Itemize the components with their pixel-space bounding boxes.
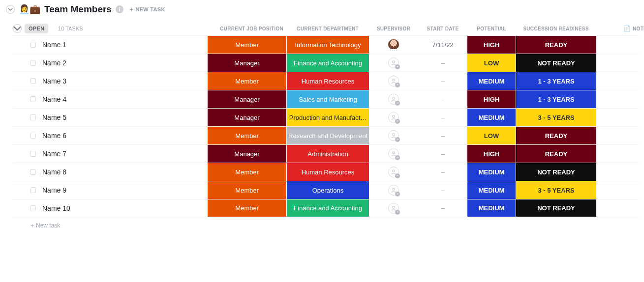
task-name[interactable]: Name 1 (41, 36, 208, 54)
assign-supervisor-button[interactable]: + (388, 185, 399, 196)
row-checkbox[interactable] (30, 96, 36, 102)
department-pill[interactable]: Information Technology (286, 36, 369, 54)
table-row[interactable]: Name 8MemberHuman Resources+–MEDIUMNOT R… (13, 163, 638, 181)
potential-pill[interactable]: LOW (467, 54, 516, 72)
start-date[interactable]: – (418, 145, 467, 163)
notes-cell[interactable]: – (620, 109, 644, 126)
department-pill[interactable]: Administration (286, 145, 369, 163)
potential-pill[interactable]: MEDIUM (467, 181, 516, 199)
row-checkbox[interactable] (30, 151, 36, 157)
potential-pill[interactable]: HIGH (467, 145, 516, 163)
notes-cell[interactable]: – (620, 90, 644, 108)
readiness-pill[interactable]: 1 - 3 YEARS (516, 90, 596, 108)
notes-cell[interactable]: – (620, 145, 644, 163)
position-pill[interactable]: Member (208, 127, 286, 144)
new-task-row-button[interactable]: + New task (13, 217, 638, 234)
row-checkbox[interactable] (30, 187, 36, 193)
table-row[interactable]: Name 9MemberOperations+–MEDIUM3 - 5 YEAR… (13, 181, 638, 199)
start-date[interactable]: – (418, 54, 467, 72)
potential-pill[interactable]: MEDIUM (467, 163, 516, 181)
group-collapse-icon[interactable] (13, 24, 22, 33)
supervisor-avatar[interactable] (388, 39, 399, 51)
position-pill[interactable]: Member (208, 181, 286, 199)
table-row[interactable]: Name 2ManagerFinance and Accounting+–LOW… (13, 54, 638, 72)
readiness-pill[interactable]: 1 - 3 YEARS (516, 72, 596, 90)
department-pill[interactable]: Human Resources (286, 72, 369, 90)
new-task-top-button[interactable]: + NEW TASK (129, 6, 165, 12)
position-pill[interactable]: Manager (208, 54, 286, 72)
table-row[interactable]: Name 10MemberFinance and Accounting+–MED… (13, 199, 638, 217)
task-name[interactable]: Name 8 (41, 163, 208, 181)
status-open-toggle[interactable]: OPEN (25, 24, 48, 33)
col-potential[interactable]: POTENTIAL (467, 26, 516, 31)
start-date[interactable]: – (418, 127, 467, 144)
department-pill[interactable]: Sales and Marketing (286, 90, 369, 108)
row-checkbox[interactable] (30, 42, 36, 48)
department-pill[interactable]: Human Resources (286, 163, 369, 181)
notes-cell[interactable]: – (620, 36, 644, 54)
department-pill[interactable]: Research and Development (286, 127, 369, 144)
department-pill[interactable]: Production and Manufact… (286, 109, 369, 126)
assign-supervisor-button[interactable]: + (388, 76, 399, 86)
notes-cell[interactable]: – (620, 199, 644, 217)
table-row[interactable]: Name 5ManagerProduction and Manufact…+–M… (13, 108, 638, 126)
potential-pill[interactable]: MEDIUM (467, 72, 516, 90)
potential-pill[interactable]: HIGH (467, 90, 516, 108)
table-row[interactable]: Name 1MemberInformation Technology7/11/2… (13, 35, 638, 54)
start-date[interactable]: – (418, 199, 467, 217)
position-pill[interactable]: Member (208, 163, 286, 181)
position-pill[interactable]: Manager (208, 90, 286, 108)
readiness-pill[interactable]: NOT READY (516, 163, 596, 181)
assign-supervisor-button[interactable]: + (388, 112, 399, 123)
position-pill[interactable]: Manager (208, 145, 286, 163)
row-checkbox[interactable] (30, 205, 36, 211)
col-readiness[interactable]: SUCCESSION READINESS (516, 26, 596, 31)
potential-pill[interactable]: MEDIUM (467, 199, 516, 217)
position-pill[interactable]: Member (208, 36, 286, 54)
notes-cell[interactable]: – (620, 72, 644, 90)
start-date[interactable]: 7/11/22 (418, 36, 467, 54)
potential-pill[interactable]: MEDIUM (467, 109, 516, 126)
task-name[interactable]: Name 5 (41, 109, 208, 126)
task-name[interactable]: Name 4 (41, 90, 208, 108)
readiness-pill[interactable]: NOT READY (516, 54, 596, 72)
position-pill[interactable]: Manager (208, 109, 286, 126)
assign-supervisor-button[interactable]: + (388, 130, 399, 141)
row-checkbox[interactable] (30, 60, 36, 66)
potential-pill[interactable]: LOW (467, 127, 516, 144)
readiness-pill[interactable]: 3 - 5 YEARS (516, 181, 596, 199)
col-department[interactable]: CURRENT DEPARTMENT (286, 26, 369, 31)
start-date[interactable]: – (418, 109, 467, 126)
readiness-pill[interactable]: READY (516, 145, 596, 163)
position-pill[interactable]: Member (208, 72, 286, 90)
notes-cell[interactable]: – (620, 163, 644, 181)
notes-cell[interactable]: – (620, 181, 644, 199)
row-checkbox[interactable] (30, 114, 36, 120)
collapse-all-icon[interactable] (6, 5, 15, 14)
readiness-pill[interactable]: READY (516, 127, 596, 144)
notes-cell[interactable]: – (620, 127, 644, 144)
row-checkbox[interactable] (30, 78, 36, 84)
task-name[interactable]: Name 10 (41, 199, 208, 217)
position-pill[interactable]: Member (208, 199, 286, 217)
row-checkbox[interactable] (30, 133, 36, 139)
table-row[interactable]: Name 7ManagerAdministration+–HIGHREADY– (13, 144, 638, 163)
assign-supervisor-button[interactable]: + (388, 57, 399, 68)
start-date[interactable]: – (418, 163, 467, 181)
readiness-pill[interactable]: 3 - 5 YEARS (516, 109, 596, 126)
col-position[interactable]: CURRENT JOB POSITION (208, 26, 286, 31)
notes-cell[interactable]: – (620, 54, 644, 72)
table-row[interactable]: Name 6MemberResearch and Development+–LO… (13, 126, 638, 144)
task-name[interactable]: Name 9 (41, 181, 208, 199)
info-icon[interactable]: i (116, 5, 123, 13)
department-pill[interactable]: Operations (286, 181, 369, 199)
col-startdate[interactable]: START DATE (418, 26, 467, 31)
table-row[interactable]: Name 4ManagerSales and Marketing+–HIGH1 … (13, 90, 638, 108)
potential-pill[interactable]: HIGH (467, 36, 516, 54)
task-name[interactable]: Name 7 (41, 145, 208, 163)
assign-supervisor-button[interactable]: + (388, 203, 399, 214)
start-date[interactable]: – (418, 90, 467, 108)
assign-supervisor-button[interactable]: + (388, 94, 399, 105)
task-name[interactable]: Name 3 (41, 72, 208, 90)
table-row[interactable]: Name 3MemberHuman Resources+–MEDIUM1 - 3… (13, 72, 638, 90)
